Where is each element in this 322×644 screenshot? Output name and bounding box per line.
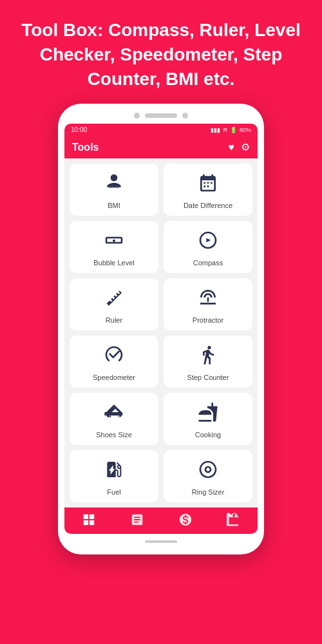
svg-point-0 — [207, 239, 209, 242]
headline: Tool Box: Compass, Ruler, Level Checker,… — [0, 0, 322, 104]
phone-mockup: 10:00 ▮▮▮ R 🔋 80% Tools ♥ ⚙ — [58, 104, 264, 554]
favorite-icon[interactable]: ♥ — [229, 142, 235, 153]
shoes-size-label: Shoes Size — [96, 431, 132, 439]
tool-cooking[interactable]: Cooking — [164, 393, 252, 445]
steps-icon — [198, 345, 218, 370]
app-bar-title: Tools — [72, 142, 99, 153]
ruler-icon — [104, 287, 124, 312]
settings-icon[interactable]: ⚙ — [241, 141, 250, 153]
bmi-label: BMI — [108, 202, 120, 209]
speedometer-icon — [104, 345, 124, 370]
status-battery-icon: 🔋 — [230, 127, 237, 133]
tool-compass[interactable]: Compass — [164, 221, 252, 273]
level-icon — [104, 230, 124, 255]
tool-ruler[interactable]: Ruler — [70, 278, 158, 330]
app-bar-icons: ♥ ⚙ — [229, 141, 251, 153]
tool-bmi[interactable]: BMI — [70, 164, 158, 216]
status-bar: 10:00 ▮▮▮ R 🔋 80% — [64, 124, 258, 136]
tools-grid: BMI Date Difference Bubble Level — [64, 158, 258, 507]
compass-label: Compass — [193, 259, 223, 267]
calendar-icon — [198, 173, 218, 198]
nav-grid[interactable] — [82, 513, 96, 530]
tool-speedometer[interactable]: Speedometer — [70, 336, 158, 388]
speedometer-label: Speedometer — [93, 374, 135, 381]
home-indicator — [145, 540, 177, 543]
speaker-bar — [145, 113, 177, 118]
date-difference-label: Date Difference — [184, 202, 232, 209]
tool-protractor[interactable]: Protractor — [164, 278, 252, 330]
fuel-label: Fuel — [107, 488, 120, 496]
ruler-label: Ruler — [106, 316, 122, 324]
status-right: ▮▮▮ R 🔋 80% — [211, 127, 251, 133]
compass-icon — [198, 230, 218, 255]
bottom-nav — [64, 507, 258, 534]
ring-icon — [198, 459, 218, 484]
phone-top-bar — [64, 113, 258, 118]
tool-step-counter[interactable]: Step Counter — [164, 336, 252, 388]
fuel-icon — [104, 459, 124, 484]
nav-currency[interactable] — [178, 513, 193, 530]
tool-bubble-level[interactable]: Bubble Level — [70, 221, 158, 273]
protractor-label: Protractor — [193, 316, 223, 324]
phone-bottom — [64, 540, 258, 543]
status-signal-icon: ▮▮▮ — [211, 127, 220, 133]
camera-dot-2 — [182, 113, 188, 118]
tool-ring-sizer[interactable]: Ring Sizer — [164, 450, 252, 502]
bubble-level-label: Bubble Level — [93, 259, 135, 267]
app-bar: Tools ♥ ⚙ — [64, 136, 258, 158]
protractor-icon — [198, 287, 218, 312]
bmi-icon — [104, 173, 124, 198]
step-counter-label: Step Counter — [187, 374, 229, 381]
nav-toolbox[interactable] — [227, 513, 241, 530]
status-battery: 80% — [240, 127, 251, 133]
shoe-icon — [104, 402, 124, 427]
camera-dot — [134, 113, 140, 118]
tool-date-difference[interactable]: Date Difference — [164, 164, 252, 216]
ring-sizer-label: Ring Sizer — [192, 488, 225, 496]
cooking-label: Cooking — [195, 431, 221, 439]
status-time: 10:00 — [71, 126, 87, 133]
tool-shoes-size[interactable]: Shoes Size — [70, 393, 158, 445]
nav-calculator[interactable] — [130, 513, 144, 530]
screen: 10:00 ▮▮▮ R 🔋 80% Tools ♥ ⚙ — [64, 124, 258, 534]
cooking-icon — [198, 402, 218, 427]
status-network: R — [223, 127, 227, 133]
tool-fuel[interactable]: Fuel — [70, 450, 158, 502]
